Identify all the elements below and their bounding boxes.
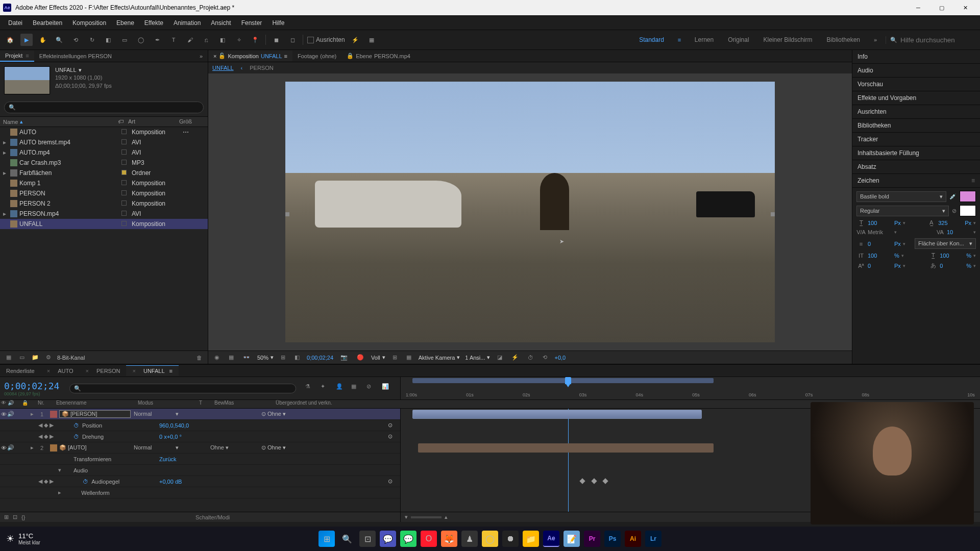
adjustment-btn[interactable]: ⚙ [44, 353, 53, 362]
panel-overflow[interactable]: » [194, 51, 208, 61]
help-search[interactable]: 🔍 [886, 36, 976, 44]
subtab-person[interactable]: PERSON [250, 65, 273, 71]
always-preview-icon[interactable]: ◉ [212, 354, 222, 361]
taskbar-photoshop[interactable]: Ps [604, 531, 621, 547]
no-fill-icon[interactable]: ⊘ [952, 208, 957, 214]
taskbar-after-effects[interactable]: Ae [543, 531, 559, 547]
vscale-field[interactable]: 100 [868, 253, 892, 259]
views-dropdown[interactable]: 1 Ansi...▾ [465, 354, 490, 361]
toggle-in-out-icon[interactable]: {} [21, 514, 25, 520]
project-item[interactable]: Komp 1Komposition [0, 178, 208, 188]
tab-renderliste[interactable]: Renderliste [0, 366, 41, 376]
pen-tool[interactable]: ✒ [151, 34, 163, 46]
workspace-menu-icon[interactable]: ≡ [673, 34, 685, 46]
project-item[interactable]: ▸PERSON.mp4AVI [0, 209, 208, 219]
close-tab-icon[interactable]: × [213, 53, 216, 59]
tab-effekteinstellungen[interactable]: Effekteinstellungen PERSON [34, 51, 117, 61]
timeline-search[interactable]: 🔍 [69, 384, 296, 393]
delete-btn[interactable]: 🗑 [194, 353, 204, 362]
taskbar-premiere[interactable]: Pr [584, 531, 600, 547]
menu-effekte[interactable]: Effekte [139, 17, 168, 29]
ellipse-tool[interactable]: ◯ [135, 34, 147, 46]
panel-absatz[interactable]: Absatz [852, 160, 980, 174]
puppet-tool[interactable]: 📍 [249, 34, 261, 46]
layer-list[interactable]: 👁🔊▸1📦 [PERSON]Normal ▾ ⊙ Ohne ▾◀ ◆ ▶⏱ Po… [0, 409, 401, 512]
fill-color-swatch[interactable] [960, 191, 976, 202]
workspace-original[interactable]: Original [723, 34, 754, 45]
exposure-value[interactable]: +0,0 [554, 355, 566, 361]
taskbar-illustrator[interactable]: Ai [625, 531, 641, 547]
zoom-out-icon[interactable]: ▾ [405, 514, 408, 520]
taskbar-obs[interactable]: ⏺ [502, 531, 519, 547]
panel-effekte[interactable]: Effekte und Vorgaben [852, 91, 980, 105]
project-search-input[interactable] [16, 105, 199, 111]
hand-tool[interactable]: ✋ [37, 34, 49, 46]
project-item[interactable]: ▸AUTO.mp4AVI [0, 147, 208, 158]
panel-biblio[interactable]: Bibliotheken [852, 119, 980, 133]
resolution-icon[interactable]: ⊞ [279, 354, 287, 361]
quality-dropdown[interactable]: Voll▾ [371, 354, 385, 361]
eraser-tool[interactable]: ◧ [216, 34, 229, 46]
toggle-modes-icon[interactable]: ⊡ [13, 514, 17, 520]
mask-icon[interactable]: 👓 [241, 354, 252, 361]
timeline-timecode[interactable]: 0;00;02;24 [4, 381, 59, 391]
grid-icon[interactable]: ⊞ [390, 354, 399, 361]
project-list[interactable]: AUTOKomposition⋯▸AUTO bremst.mp4AVI▸AUTO… [0, 127, 208, 350]
taskbar-whatsapp[interactable]: 💬 [400, 531, 416, 547]
tab-auto[interactable]: × AUTO [41, 366, 80, 376]
taskbar-search-icon[interactable]: 🔍 [339, 531, 355, 547]
work-area-bar[interactable] [412, 378, 714, 383]
motion-blur-icon[interactable]: ⊘ [366, 383, 377, 393]
snap-checkbox[interactable]: Ausrichten [307, 36, 345, 43]
menu-komposition[interactable]: Komposition [67, 17, 111, 29]
workspace-biblio[interactable]: Bibliotheken [822, 34, 865, 45]
layer-property[interactable]: ◀ ◆ ▶ ⏱ Audiopegel+0,00 dB⊙ [0, 476, 400, 487]
workspace-lernen[interactable]: Lernen [690, 34, 719, 45]
zoom-tool[interactable]: 🔍 [53, 34, 65, 46]
brush-tool[interactable]: 🖌 [184, 34, 196, 46]
panel-content-fill[interactable]: Inhaltsbasierte Füllung [852, 146, 980, 160]
tab-menu-icon[interactable]: ≡ [284, 53, 287, 59]
shape-stroke-icon[interactable]: ◻ [286, 34, 299, 46]
transparency-icon[interactable]: ▦ [227, 354, 236, 361]
snap-opts-icon[interactable]: ⚡ [349, 34, 361, 46]
shy-icon[interactable]: 👤 [336, 383, 346, 393]
panel-audio[interactable]: Audio [852, 64, 980, 78]
toggle-switches-icon[interactable]: ⊞ [4, 514, 9, 520]
tab-ebene[interactable]: 🔒 Ebene PERSON.mp4 [341, 51, 415, 61]
stroke-style-dropdown[interactable]: Fläche über Kon...▾ [915, 238, 976, 249]
roi-icon[interactable]: ◧ [292, 354, 302, 361]
font-style-dropdown[interactable]: Regular▾ [856, 206, 949, 216]
guides-icon[interactable]: ▦ [404, 354, 413, 361]
zoom-dropdown[interactable]: 50%▾ [257, 354, 274, 361]
layer-property[interactable]: ▸ Wellenform [0, 487, 400, 498]
weather-widget[interactable]: ☀ 11°C Meist klar [6, 532, 40, 545]
project-item[interactable]: ▸AUTO bremst.mp4AVI [0, 137, 208, 147]
kerning-field[interactable]: Metrik [868, 229, 892, 235]
workspace-kleiner[interactable]: Kleiner Bildschirm [758, 34, 818, 45]
layer-property[interactable]: TransformierenZurück [0, 454, 400, 465]
project-item[interactable]: Car Crash.mp3MP3 [0, 158, 208, 168]
leading-field[interactable]: 325 [938, 220, 963, 226]
sort-icon[interactable]: ▴ [20, 118, 23, 125]
lock-icon[interactable]: 🔒 [347, 53, 354, 59]
taskbar-teams[interactable]: 💬 [380, 531, 396, 547]
tab-projekt[interactable]: Projekt≡ [0, 51, 34, 62]
font-family-dropdown[interactable]: Bastile bold▾ [856, 191, 946, 202]
menu-ebene[interactable]: Ebene [111, 17, 139, 29]
tab-komposition[interactable]: × 🔓 Komposition UNFALL ≡ [208, 51, 292, 61]
tracking-field[interactable]: 10 [947, 229, 971, 235]
selection-tool[interactable]: ▶ [20, 34, 33, 46]
taskbar-lightroom[interactable]: Lr [645, 531, 662, 547]
panel-tracker[interactable]: Tracker [852, 133, 980, 146]
new-comp-btn[interactable]: ▭ [17, 353, 27, 362]
timeline-icon[interactable]: ⏱ [526, 355, 535, 361]
rotate-tool[interactable]: ↻ [86, 34, 98, 46]
interpret-btn[interactable]: ▦ [4, 353, 13, 362]
timeline-ruler[interactable]: 1:00s01s02s03s04s05s06s07s08s10s [401, 377, 980, 399]
bit-depth[interactable]: 8-Bit-Kanal [57, 355, 190, 361]
project-search[interactable]: 🔍 [4, 102, 204, 113]
menu-datei[interactable]: Datei [3, 17, 28, 29]
new-folder-btn[interactable]: 📁 [31, 353, 40, 362]
layer-handle[interactable] [771, 212, 775, 216]
